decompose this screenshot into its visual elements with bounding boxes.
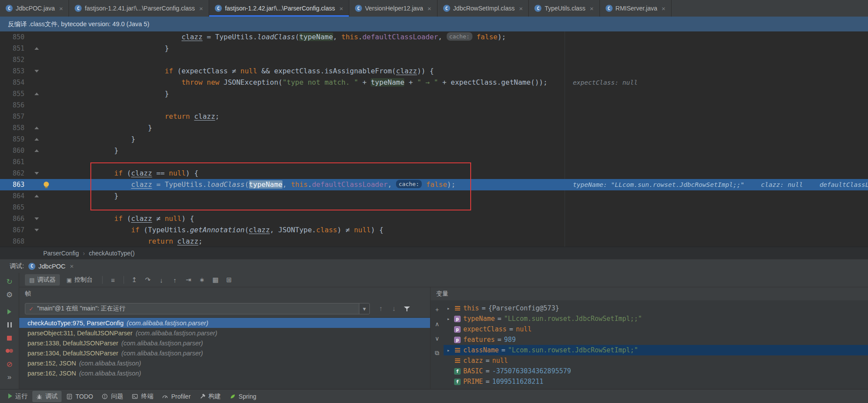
tab-close-icon[interactable]: × — [590, 5, 594, 12]
fold-marker-icon[interactable] — [34, 172, 39, 175]
breadcrumb-item[interactable]: checkAutoType() — [89, 250, 134, 257]
statusbar-item-运行[interactable]: 运行 — [4, 391, 31, 402]
debug-action-strip: ↻⚙⊘» — [0, 273, 19, 389]
thread-selector-dropdown[interactable]: ✓ "main"@1 在组 "main": 正在运行 ▾ — [25, 303, 370, 314]
stack-frame-row[interactable]: parse:152, JSON(com.alibaba.fastjson) — [19, 358, 430, 368]
variable-name: clazz — [463, 357, 483, 365]
gutter — [24, 111, 49, 122]
terminal-icon — [132, 393, 138, 400]
expand-chevron-icon[interactable]: ▸ — [445, 306, 451, 311]
stack-frame-row[interactable]: parseObject:311, DefaultJSONParser(com.a… — [19, 328, 430, 338]
fold-marker-icon[interactable] — [34, 47, 39, 50]
variable-row[interactable]: clazz=null — [444, 355, 868, 366]
resume-button[interactable] — [3, 305, 16, 318]
fold-marker-icon[interactable] — [34, 229, 39, 231]
fold-marker-icon[interactable] — [34, 93, 39, 95]
statusbar-item-todo[interactable]: TODO — [62, 391, 97, 402]
code-token: null — [165, 214, 182, 223]
variable-row[interactable]: ▸className="Lcom.sun.rowset.JdbcRowSetIm… — [444, 345, 868, 355]
statusbar-item-调试[interactable]: 调试 — [32, 391, 62, 402]
editor-tab[interactable]: Cfastjson-1.2.41.jar!\...\ParserConfig.c… — [69, 0, 209, 17]
expand-chevron-icon[interactable]: ▸ — [445, 348, 451, 353]
stack-frame-row[interactable]: parse:1338, DefaultJSONParser(com.alibab… — [19, 338, 430, 348]
tab-close-icon[interactable]: × — [199, 5, 203, 12]
tab-close-icon[interactable]: × — [59, 5, 63, 12]
view-tab-console[interactable]: ▣控制台 — [62, 274, 97, 286]
mute-breakpoints-button[interactable]: ⊘ — [3, 358, 16, 371]
next-frame-button[interactable]: ↓ — [388, 305, 400, 313]
tab-close-icon[interactable]: × — [70, 262, 74, 270]
statusbar-item-profiler[interactable]: Profiler — [158, 391, 194, 402]
statusbar-item-终端[interactable]: 终端 — [128, 391, 157, 402]
debug-session-tab[interactable]: C JdbcPOC × — [28, 262, 74, 270]
debug-icon — [36, 393, 42, 400]
statusbar-item-构建[interactable]: 构建 — [196, 391, 225, 402]
stack-frame-row[interactable]: checkAutoType:975, ParserConfig(com.alib… — [19, 318, 430, 328]
tab-close-icon[interactable]: × — [519, 5, 523, 12]
add-watch-button[interactable]: + — [435, 306, 439, 313]
scroll-down-button[interactable]: ∨ — [435, 334, 439, 342]
class-icon: C — [75, 5, 82, 12]
editor-tab[interactable]: CRMIServer.java× — [600, 0, 672, 17]
editor-tab[interactable]: CJdbcPOC.java× — [0, 0, 69, 17]
previous-frame-button[interactable]: ↑ — [375, 305, 386, 313]
variables-toolbar: +∧∨⧉ — [431, 300, 444, 389]
stack-frame-row[interactable]: parse:162, JSON(com.alibaba.fastjson) — [19, 368, 430, 378]
scroll-up-button[interactable]: ∧ — [435, 320, 439, 328]
view-breakpoints-icon[interactable]: ▦ — [210, 275, 221, 285]
editor-tab[interactable]: CTypeUtils.class× — [529, 0, 599, 17]
frame-location: parse:162, JSON — [28, 370, 76, 377]
fold-marker-icon[interactable] — [34, 127, 39, 129]
copy-value-button[interactable]: ⧉ — [435, 349, 439, 357]
more-options-button[interactable]: » — [3, 371, 16, 384]
expand-chevron-icon[interactable]: ▸ — [445, 316, 451, 322]
run-to-cursor-icon[interactable]: ⇥ — [183, 275, 194, 285]
fold-marker-icon[interactable] — [34, 217, 39, 220]
evaluate-expression-icon[interactable]: ∗ — [196, 275, 208, 285]
chevron-down-icon[interactable]: ▾ — [359, 303, 369, 314]
statusbar-item-问题[interactable]: 问题 — [98, 391, 127, 402]
editor-tab[interactable]: Cfastjson-1.2.42.jar!\...\ParserConfig.c… — [209, 0, 349, 17]
pause-button[interactable] — [3, 318, 16, 331]
rerun-button[interactable]: ↻ — [3, 275, 16, 288]
code-token: clazz — [131, 180, 152, 189]
variable-row[interactable]: ▸ptypeName="LLcom.sun.rowset.JdbcRowSetI… — [444, 313, 868, 324]
variable-row[interactable]: fPRIME=1099511628211 — [444, 376, 868, 387]
settings-button[interactable]: ⚙ — [3, 288, 16, 301]
editor-tab-bar: CJdbcPOC.java×Cfastjson-1.2.41.jar!\...\… — [0, 0, 868, 17]
fold-marker-icon[interactable] — [34, 149, 39, 152]
breadcrumb-item[interactable]: ParserConfig — [43, 250, 79, 257]
editor-tab[interactable]: CVersionHelper12.java× — [349, 0, 437, 17]
stack-frame-row[interactable]: parse:1304, DefaultJSONParser(com.alibab… — [19, 348, 430, 358]
tab-close-icon[interactable]: × — [427, 5, 431, 12]
tab-close-icon[interactable]: × — [661, 5, 665, 12]
fold-marker-icon[interactable] — [34, 138, 39, 141]
variable-row[interactable]: pexpectClass=null — [444, 324, 868, 334]
filter-frames-button[interactable] — [401, 306, 413, 312]
tab-close-icon[interactable]: × — [339, 5, 343, 12]
layout-settings-icon[interactable]: ⊞ — [224, 275, 235, 285]
view-breakpoints-button[interactable] — [3, 344, 16, 358]
variables-panel-header: 变量 — [431, 287, 868, 300]
step-over-icon[interactable]: ↷ — [142, 275, 154, 285]
line-number: 863 — [0, 179, 24, 190]
variable-row[interactable]: ▸this={ParserConfig@573} — [444, 303, 868, 313]
view-tab-debugger[interactable]: ▤调试器 — [25, 274, 60, 286]
stop-button[interactable] — [3, 331, 16, 344]
statusbar-item-spring[interactable]: Spring — [226, 391, 260, 402]
variable-row[interactable]: fBASIC=-3750763034362895579 — [444, 366, 868, 376]
restore-layout-icon[interactable]: ≡ — [107, 275, 119, 285]
step-out-icon[interactable]: ↑ — [169, 275, 181, 285]
code-editor[interactable]: 850 clazz = TypeUtils.loadClass(typeName… — [0, 31, 868, 247]
code-token: . — [358, 33, 362, 41]
pop-frame-icon[interactable]: ↥ — [129, 275, 140, 285]
tab-label: VersionHelper12.java — [365, 5, 423, 12]
step-into-icon[interactable]: ↓ — [156, 275, 167, 285]
fold-marker-icon[interactable] — [34, 195, 39, 197]
variable-row[interactable]: pfeatures=989 — [444, 334, 868, 345]
previous-frame-icon: ↑ — [379, 305, 382, 313]
fold-marker-icon[interactable] — [34, 70, 39, 72]
equals-sign: = — [497, 336, 501, 344]
editor-tab[interactable]: CJdbcRowSetImpl.class× — [437, 0, 529, 17]
intention-bulb-icon[interactable] — [44, 182, 49, 187]
